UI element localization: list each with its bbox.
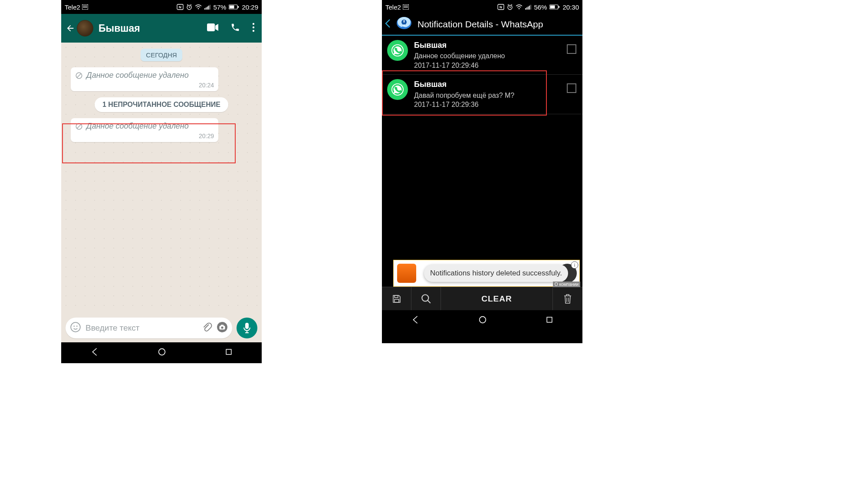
message-time: 20:24 bbox=[75, 82, 214, 89]
nav-home-button[interactable] bbox=[478, 315, 487, 326]
bottom-toolbar: CLEAR bbox=[382, 287, 582, 310]
svg-rect-30 bbox=[245, 323, 249, 329]
signal-icon bbox=[204, 4, 210, 10]
mic-icon bbox=[243, 322, 251, 334]
svg-rect-1 bbox=[83, 6, 87, 6]
camera-icon[interactable] bbox=[217, 321, 228, 335]
attach-icon[interactable] bbox=[202, 322, 212, 334]
wifi-icon bbox=[516, 4, 523, 10]
battery-icon bbox=[229, 4, 239, 10]
back-button[interactable] bbox=[385, 19, 391, 30]
svg-point-6 bbox=[198, 8, 199, 10]
menu-button[interactable] bbox=[252, 23, 255, 34]
back-button[interactable] bbox=[66, 20, 93, 36]
deleted-text: Данное сообщение удалено bbox=[86, 71, 189, 80]
battery-percent: 57% bbox=[213, 3, 226, 11]
svg-rect-46 bbox=[530, 5, 531, 10]
emoji-icon[interactable] bbox=[70, 321, 81, 335]
svg-rect-44 bbox=[528, 7, 529, 10]
nav-back-button[interactable] bbox=[90, 347, 99, 358]
search-button[interactable] bbox=[411, 287, 441, 310]
sim-icon bbox=[403, 4, 409, 10]
message-bubble[interactable]: Данное сообщение удалено 20:24 bbox=[71, 67, 218, 91]
nav-back-button[interactable] bbox=[411, 315, 420, 326]
app-title: Notification Details - WhatsApp bbox=[418, 19, 543, 30]
ad-image-icon bbox=[397, 264, 416, 283]
delete-button[interactable] bbox=[553, 287, 582, 310]
svg-line-20 bbox=[77, 73, 81, 77]
date-pill: СЕГОДНЯ bbox=[141, 49, 182, 61]
notification-row[interactable]: Бывшая Давай попробуем ещё раз? М? 2017-… bbox=[382, 75, 582, 114]
notification-timestamp: 2017-11-17 20:29:46 bbox=[414, 61, 505, 70]
chat-body[interactable]: СЕГОДНЯ Данное сообщение удалено 20:24 1… bbox=[61, 43, 262, 314]
svg-rect-2 bbox=[83, 7, 87, 7]
deleted-text: Данное сообщение удалено bbox=[86, 122, 189, 131]
svg-rect-13 bbox=[230, 6, 234, 9]
message-bubble[interactable]: Данное сообщение удалено 20:29 bbox=[71, 118, 218, 142]
ad-banner[interactable]: Notifications history deleted successful… bbox=[393, 260, 580, 287]
svg-rect-59 bbox=[395, 295, 398, 298]
save-button[interactable] bbox=[382, 287, 411, 310]
wifi-icon bbox=[195, 4, 202, 10]
video-call-button[interactable] bbox=[207, 23, 218, 33]
notification-history-screenshot: Tele2 N 56% 20:30 Notification Details -… bbox=[382, 0, 582, 343]
notification-message: Данное сообщение удалено bbox=[414, 51, 505, 61]
svg-point-41 bbox=[519, 8, 520, 10]
placeholder-text: Введите текст bbox=[85, 323, 197, 333]
svg-rect-11 bbox=[210, 5, 210, 10]
contact-avatar[interactable] bbox=[77, 20, 93, 36]
notification-list[interactable]: Бывшая Данное сообщение удалено 2017-11-… bbox=[382, 36, 582, 287]
mic-button[interactable] bbox=[237, 318, 257, 338]
svg-rect-10 bbox=[208, 6, 209, 10]
ad-corner-label[interactable]: О компании bbox=[553, 282, 580, 287]
svg-rect-7 bbox=[204, 8, 205, 10]
svg-point-65 bbox=[480, 317, 486, 323]
svg-rect-49 bbox=[559, 6, 559, 8]
chat-header: Бывшая bbox=[61, 14, 262, 43]
svg-rect-29 bbox=[221, 325, 224, 326]
app-header: Notification Details - WhatsApp bbox=[382, 14, 582, 36]
app-logo-icon bbox=[395, 15, 413, 33]
row-checkbox[interactable] bbox=[567, 44, 576, 54]
svg-rect-66 bbox=[547, 317, 552, 322]
svg-rect-60 bbox=[395, 299, 399, 302]
svg-point-18 bbox=[253, 30, 254, 32]
nav-home-button[interactable] bbox=[157, 347, 167, 358]
row-checkbox[interactable] bbox=[567, 83, 576, 93]
nav-recents-button[interactable] bbox=[224, 348, 233, 358]
sim-icon bbox=[82, 4, 88, 10]
svg-text:i: i bbox=[574, 262, 575, 268]
svg-rect-36 bbox=[404, 6, 408, 6]
battery-icon bbox=[549, 4, 560, 10]
nav-recents-button[interactable] bbox=[545, 315, 554, 326]
contact-name[interactable]: Бывшая bbox=[99, 23, 202, 34]
message-input[interactable]: Введите текст bbox=[66, 318, 232, 338]
notification-row[interactable]: Бывшая Данное сообщение удалено 2017-11-… bbox=[382, 36, 582, 75]
svg-rect-14 bbox=[238, 6, 239, 8]
alarm-icon bbox=[186, 4, 192, 10]
nfc-icon: N bbox=[497, 4, 504, 10]
svg-rect-9 bbox=[207, 7, 208, 10]
svg-point-16 bbox=[253, 23, 254, 25]
arrow-left-icon bbox=[66, 23, 75, 33]
voice-call-button[interactable] bbox=[230, 23, 240, 34]
notification-sender: Бывшая bbox=[414, 79, 514, 89]
clock-label: 20:30 bbox=[562, 3, 579, 11]
nfc-icon: N bbox=[177, 4, 184, 10]
svg-point-23 bbox=[71, 322, 80, 332]
svg-rect-34 bbox=[226, 349, 231, 354]
whatsapp-screenshot: Tele2 N 57% 20:29 Бывшая СЕГОДНЯ bbox=[61, 0, 262, 343]
svg-rect-48 bbox=[550, 6, 555, 9]
svg-point-33 bbox=[159, 349, 165, 355]
clock-label: 20:29 bbox=[242, 3, 258, 11]
unread-divider: 1 НЕПРОЧИТАННОЕ СООБЩЕНИЕ bbox=[95, 97, 228, 112]
whatsapp-icon bbox=[387, 40, 408, 61]
clear-button[interactable]: CLEAR bbox=[441, 287, 553, 310]
alarm-icon bbox=[507, 4, 513, 10]
message-time: 20:29 bbox=[75, 133, 214, 139]
battery-percent: 56% bbox=[534, 3, 547, 11]
svg-point-24 bbox=[73, 326, 75, 327]
svg-rect-45 bbox=[529, 6, 530, 10]
search-icon bbox=[421, 293, 432, 305]
ad-info-icon[interactable]: i bbox=[571, 261, 579, 269]
